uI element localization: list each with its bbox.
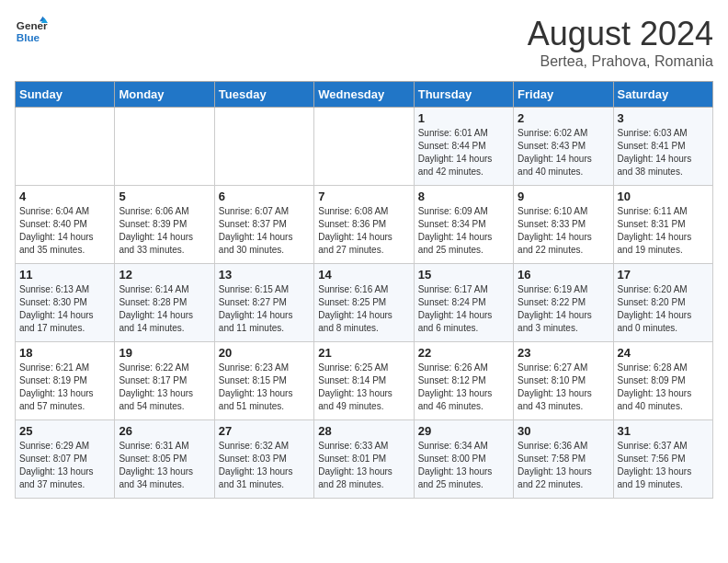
weekday-header-sunday: Sunday — [16, 82, 115, 108]
day-cell-3: 3Sunrise: 6:03 AM Sunset: 8:41 PM Daylig… — [613, 108, 712, 186]
week-row-4: 18Sunrise: 6:21 AM Sunset: 8:19 PM Dayli… — [16, 342, 713, 420]
day-info: Sunrise: 6:10 AM Sunset: 8:33 PM Dayligh… — [518, 205, 609, 257]
day-info: Sunrise: 6:21 AM Sunset: 8:19 PM Dayligh… — [19, 362, 110, 413]
weekday-header-row: SundayMondayTuesdayWednesdayThursdayFrid… — [16, 82, 713, 108]
day-info: Sunrise: 6:20 AM Sunset: 8:20 PM Dayligh… — [618, 283, 709, 335]
svg-text:Blue: Blue — [17, 31, 40, 43]
day-cell-15: 15Sunrise: 6:17 AM Sunset: 8:24 PM Dayli… — [414, 264, 513, 342]
day-cell-23: 23Sunrise: 6:27 AM Sunset: 8:10 PM Dayli… — [514, 342, 613, 420]
day-info: Sunrise: 6:29 AM Sunset: 8:07 PM Dayligh… — [19, 440, 110, 491]
day-info: Sunrise: 6:07 AM Sunset: 8:37 PM Dayligh… — [219, 205, 310, 257]
day-number: 24 — [618, 346, 709, 360]
day-cell-9: 9Sunrise: 6:10 AM Sunset: 8:33 PM Daylig… — [514, 186, 613, 264]
day-cell-4: 4Sunrise: 6:04 AM Sunset: 8:40 PM Daylig… — [16, 186, 115, 264]
day-number: 21 — [318, 346, 409, 360]
weekday-header-tuesday: Tuesday — [214, 82, 313, 108]
day-number: 28 — [318, 424, 409, 438]
day-number: 6 — [219, 190, 310, 203]
day-cell-7: 7Sunrise: 6:08 AM Sunset: 8:36 PM Daylig… — [314, 186, 414, 264]
day-number: 12 — [119, 268, 210, 282]
day-info: Sunrise: 6:17 AM Sunset: 8:24 PM Dayligh… — [418, 283, 509, 335]
day-number: 3 — [618, 111, 709, 125]
weekday-header-friday: Friday — [514, 82, 613, 108]
day-number: 20 — [219, 346, 310, 360]
day-number: 27 — [219, 424, 310, 438]
week-row-5: 25Sunrise: 6:29 AM Sunset: 8:07 PM Dayli… — [16, 420, 713, 499]
weekday-header-monday: Monday — [115, 82, 214, 108]
day-info: Sunrise: 6:19 AM Sunset: 8:22 PM Dayligh… — [518, 283, 609, 335]
week-row-1: 1Sunrise: 6:01 AM Sunset: 8:44 PM Daylig… — [16, 108, 713, 186]
day-number: 22 — [418, 346, 509, 360]
day-number: 7 — [318, 190, 409, 203]
title-block: August 2024 Bertea, Prahova, Romania — [528, 15, 713, 70]
week-row-2: 4Sunrise: 6:04 AM Sunset: 8:40 PM Daylig… — [16, 186, 713, 264]
day-number: 29 — [418, 424, 509, 438]
empty-cell — [214, 108, 313, 186]
day-number: 4 — [19, 190, 110, 203]
day-number: 13 — [219, 268, 310, 282]
day-cell-20: 20Sunrise: 6:23 AM Sunset: 8:15 PM Dayli… — [214, 342, 313, 420]
day-info: Sunrise: 6:13 AM Sunset: 8:30 PM Dayligh… — [19, 283, 110, 335]
day-info: Sunrise: 6:26 AM Sunset: 8:12 PM Dayligh… — [418, 362, 509, 413]
day-number: 5 — [119, 190, 210, 203]
day-number: 23 — [518, 346, 609, 360]
day-number: 11 — [19, 268, 110, 282]
day-cell-13: 13Sunrise: 6:15 AM Sunset: 8:27 PM Dayli… — [214, 264, 313, 342]
month-title: August 2024 — [528, 15, 713, 53]
day-info: Sunrise: 6:22 AM Sunset: 8:17 PM Dayligh… — [119, 362, 210, 413]
day-cell-11: 11Sunrise: 6:13 AM Sunset: 8:30 PM Dayli… — [16, 264, 115, 342]
page-header: General Blue August 2024 Bertea, Prahova… — [15, 15, 713, 70]
day-info: Sunrise: 6:15 AM Sunset: 8:27 PM Dayligh… — [219, 283, 310, 335]
day-info: Sunrise: 6:02 AM Sunset: 8:43 PM Dayligh… — [518, 127, 609, 178]
day-info: Sunrise: 6:37 AM Sunset: 7:56 PM Dayligh… — [618, 440, 709, 491]
day-number: 19 — [119, 346, 210, 360]
day-cell-14: 14Sunrise: 6:16 AM Sunset: 8:25 PM Dayli… — [314, 264, 414, 342]
day-number: 30 — [518, 424, 609, 438]
day-info: Sunrise: 6:06 AM Sunset: 8:39 PM Dayligh… — [119, 205, 210, 257]
day-cell-5: 5Sunrise: 6:06 AM Sunset: 8:39 PM Daylig… — [115, 186, 214, 264]
day-number: 18 — [19, 346, 110, 360]
day-cell-8: 8Sunrise: 6:09 AM Sunset: 8:34 PM Daylig… — [414, 186, 513, 264]
day-cell-22: 22Sunrise: 6:26 AM Sunset: 8:12 PM Dayli… — [414, 342, 513, 420]
day-info: Sunrise: 6:31 AM Sunset: 8:05 PM Dayligh… — [119, 440, 210, 491]
day-number: 25 — [19, 424, 110, 438]
day-cell-17: 17Sunrise: 6:20 AM Sunset: 8:20 PM Dayli… — [613, 264, 712, 342]
weekday-header-saturday: Saturday — [613, 82, 712, 108]
day-cell-25: 25Sunrise: 6:29 AM Sunset: 8:07 PM Dayli… — [16, 420, 115, 499]
day-number: 14 — [318, 268, 409, 282]
day-info: Sunrise: 6:11 AM Sunset: 8:31 PM Dayligh… — [618, 205, 709, 257]
day-cell-21: 21Sunrise: 6:25 AM Sunset: 8:14 PM Dayli… — [314, 342, 414, 420]
day-info: Sunrise: 6:36 AM Sunset: 7:58 PM Dayligh… — [518, 440, 609, 491]
day-cell-1: 1Sunrise: 6:01 AM Sunset: 8:44 PM Daylig… — [414, 108, 513, 186]
day-cell-6: 6Sunrise: 6:07 AM Sunset: 8:37 PM Daylig… — [214, 186, 313, 264]
day-number: 16 — [518, 268, 609, 282]
day-info: Sunrise: 6:33 AM Sunset: 8:01 PM Dayligh… — [318, 440, 409, 491]
day-info: Sunrise: 6:27 AM Sunset: 8:10 PM Dayligh… — [518, 362, 609, 413]
logo-icon: General Blue — [15, 15, 48, 48]
empty-cell — [115, 108, 214, 186]
day-info: Sunrise: 6:08 AM Sunset: 8:36 PM Dayligh… — [318, 205, 409, 257]
weekday-header-wednesday: Wednesday — [314, 82, 414, 108]
day-info: Sunrise: 6:32 AM Sunset: 8:03 PM Dayligh… — [219, 440, 310, 491]
day-cell-24: 24Sunrise: 6:28 AM Sunset: 8:09 PM Dayli… — [613, 342, 712, 420]
day-info: Sunrise: 6:34 AM Sunset: 8:00 PM Dayligh… — [418, 440, 509, 491]
day-cell-19: 19Sunrise: 6:22 AM Sunset: 8:17 PM Dayli… — [115, 342, 214, 420]
day-cell-12: 12Sunrise: 6:14 AM Sunset: 8:28 PM Dayli… — [115, 264, 214, 342]
day-number: 17 — [618, 268, 709, 282]
day-info: Sunrise: 6:23 AM Sunset: 8:15 PM Dayligh… — [219, 362, 310, 413]
day-cell-29: 29Sunrise: 6:34 AM Sunset: 8:00 PM Dayli… — [414, 420, 513, 499]
day-info: Sunrise: 6:09 AM Sunset: 8:34 PM Dayligh… — [418, 205, 509, 257]
day-number: 9 — [518, 190, 609, 203]
empty-cell — [314, 108, 414, 186]
day-number: 31 — [618, 424, 709, 438]
day-cell-27: 27Sunrise: 6:32 AM Sunset: 8:03 PM Dayli… — [214, 420, 313, 499]
empty-cell — [16, 108, 115, 186]
day-info: Sunrise: 6:01 AM Sunset: 8:44 PM Dayligh… — [418, 127, 509, 178]
day-info: Sunrise: 6:25 AM Sunset: 8:14 PM Dayligh… — [318, 362, 409, 413]
day-info: Sunrise: 6:16 AM Sunset: 8:25 PM Dayligh… — [318, 283, 409, 335]
day-number: 1 — [418, 111, 509, 125]
day-number: 2 — [518, 111, 609, 125]
week-row-3: 11Sunrise: 6:13 AM Sunset: 8:30 PM Dayli… — [16, 264, 713, 342]
day-cell-26: 26Sunrise: 6:31 AM Sunset: 8:05 PM Dayli… — [115, 420, 214, 499]
day-number: 10 — [618, 190, 709, 203]
